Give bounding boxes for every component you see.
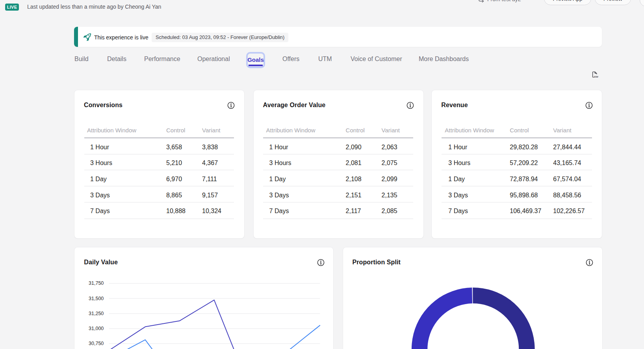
svg-text:csv: csv — [594, 75, 598, 78]
